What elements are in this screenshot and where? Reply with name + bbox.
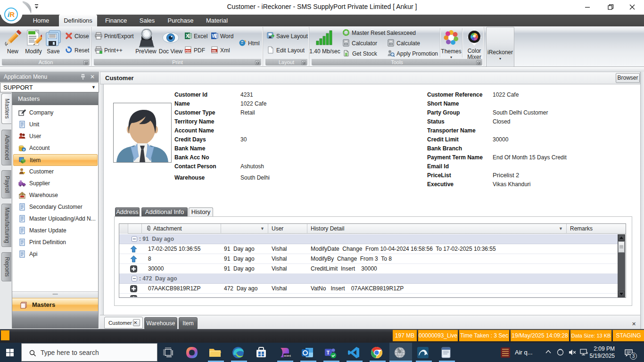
svg-text:X: X: [186, 33, 189, 39]
svg-text:W: W: [212, 33, 217, 39]
svg-text:XML: XML: [212, 49, 217, 52]
svg-text:PDF: PDF: [185, 49, 191, 52]
svg-text:$: $: [22, 193, 23, 196]
svg-text:T: T: [327, 350, 330, 355]
svg-text:e: e: [23, 148, 25, 151]
svg-text:M365: M365: [284, 354, 291, 357]
